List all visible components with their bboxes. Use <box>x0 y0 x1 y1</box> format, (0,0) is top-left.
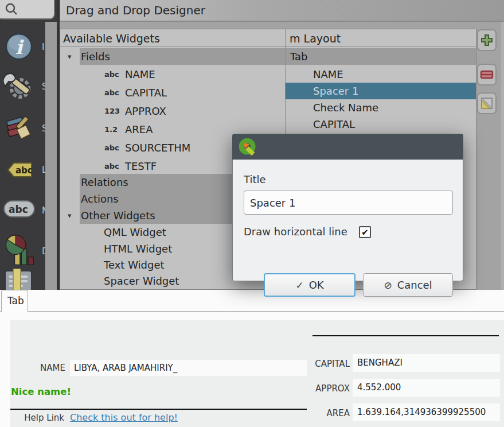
approx-field-label: APPROX <box>261 383 350 394</box>
validation-message: Nice name! <box>11 386 71 397</box>
tree-label: HTML Widget <box>104 240 172 257</box>
designer-mode-header[interactable]: Drag and Drop Designer <box>60 0 504 22</box>
sidebar-item-information[interactable]: i <box>0 32 45 61</box>
panel-header-divider <box>60 46 476 47</box>
tree-label: QML Widget <box>104 224 166 240</box>
dialog-body: Title Draw horizontal line ✔ ✓ OK ⊘ Canc… <box>232 160 463 281</box>
capital-field-label: CAPITAL <box>261 358 350 370</box>
svg-text:abc: abc <box>9 204 28 215</box>
capital-field-value[interactable]: BENGHAZI <box>353 354 500 372</box>
title-input[interactable] <box>244 191 453 215</box>
sidebar-item-labels[interactable]: abc <box>0 161 45 178</box>
name-field-label: NAME <box>17 362 65 374</box>
tree-label: APPROX <box>125 103 166 119</box>
remove-item-button[interactable] <box>477 64 497 86</box>
available-widgets-title: Available Widgets <box>63 30 160 46</box>
designer-mode-title: Drag and Drop Designer <box>66 3 205 17</box>
approx-field-value[interactable]: 4.552.000 <box>353 379 500 397</box>
tree-label: CAPITAL <box>313 116 355 133</box>
paintbrush-icon <box>4 115 34 141</box>
panel-right-edge <box>501 22 504 290</box>
tree-category-fields[interactable]: ▾ Fields <box>60 48 285 65</box>
tree-label: Fields <box>80 48 110 65</box>
ok-button[interactable]: ✓ OK <box>264 273 355 297</box>
tree-item-approx[interactable]: 123 APPROX <box>60 103 285 119</box>
spacer-horizontal-line <box>312 335 499 336</box>
sidebar-item-source[interactable] <box>0 71 45 101</box>
tree-item-capital[interactable]: abc CAPITAL <box>60 84 285 101</box>
chevron-down-icon[interactable]: ▾ <box>68 48 72 65</box>
layout-item-name[interactable]: NAME <box>286 66 476 83</box>
ok-label: OK <box>309 279 324 291</box>
tree-label: Text Widget <box>104 257 165 273</box>
add-container-button[interactable] <box>477 29 497 51</box>
cancel-icon: ⊘ <box>384 280 392 291</box>
settings-icon <box>3 71 34 101</box>
form-layout-title: m Layout <box>290 30 341 46</box>
tree-label: Actions <box>80 191 119 207</box>
draw-line-checkbox-label: Draw horizontal line <box>244 226 347 238</box>
chevron-down-icon[interactable]: ▾ <box>68 207 72 224</box>
edit-item-button[interactable] <box>477 92 497 114</box>
sidebar-scrollbar[interactable] <box>45 22 57 290</box>
layout-item-spacer1-selected[interactable]: Spacer 1 <box>286 83 476 99</box>
app-window: i I S S abc <box>0 0 504 427</box>
decimal-field-type-icon: 1.2 <box>104 121 122 138</box>
layout-category-tab[interactable]: Tab <box>286 48 476 65</box>
check-icon: ✓ <box>295 280 303 291</box>
page-edit-icon <box>480 97 493 110</box>
area-field-value[interactable]: 1.639.164,314936399925500 <box>353 403 500 421</box>
help-link-label: Help Link <box>11 412 64 424</box>
dialog-titlebar[interactable]: Configu... Widget ∨ ∧ ✕ <box>232 134 463 160</box>
text-field-type-icon: abc <box>104 139 122 156</box>
integer-field-type-icon: 123 <box>104 103 122 119</box>
info-icon: i <box>5 32 33 61</box>
tree-label: NAME <box>125 66 155 83</box>
category-band <box>286 48 476 65</box>
cancel-label: Cancel <box>397 279 432 291</box>
search-icon <box>5 2 18 16</box>
tree-label: SOURCETHM <box>125 139 190 156</box>
area-field-label: AREA <box>261 407 350 419</box>
tab-tab[interactable]: Tab <box>1 290 28 312</box>
label-tag-icon: abc <box>6 161 33 178</box>
form-icon <box>4 269 34 290</box>
layout-item-capital[interactable]: CAPITAL <box>286 116 476 133</box>
minus-icon <box>480 70 494 79</box>
tree-label: Spacer 1 <box>313 83 358 99</box>
draw-line-checkbox[interactable]: ✔ <box>359 226 371 238</box>
tree-item-name[interactable]: abc NAME <box>60 66 285 83</box>
diagram-icon <box>4 233 35 267</box>
sidebar-item-symbology[interactable] <box>0 115 45 141</box>
category-band <box>80 48 285 65</box>
form-preview-area: NAME Nice name! Help Link Check this out… <box>10 320 504 427</box>
tree-label: TESTF <box>125 158 157 174</box>
tree-label: Other Widgets <box>80 207 155 224</box>
sidebar-item-masks[interactable]: abc <box>0 199 45 219</box>
text-field-type-icon: abc <box>104 158 122 174</box>
text-field-type-icon: abc <box>104 84 122 101</box>
tree-label: AREA <box>125 121 153 138</box>
configure-widget-dialog: Configu... Widget ∨ ∧ ✕ Title Draw horiz… <box>232 134 463 281</box>
qgis-logo-icon <box>238 137 257 157</box>
tree-label: Spacer Widget <box>104 273 179 289</box>
cancel-button[interactable]: ⊘ Cancel <box>363 273 453 297</box>
sidebar-item-diagrams[interactable] <box>0 233 45 267</box>
text-abc-icon: abc <box>3 199 36 219</box>
plus-icon <box>480 34 493 46</box>
tree-label: CAPITAL <box>125 84 167 101</box>
title-field-label: Title <box>244 173 266 185</box>
help-link[interactable]: Check this out for help! <box>70 412 178 423</box>
tree-label: Tab <box>290 48 307 65</box>
tree-label: NAME <box>313 66 343 83</box>
tree-label: Relations <box>80 174 128 191</box>
text-field-type-icon: abc <box>104 66 122 83</box>
tabbar-divider <box>0 311 504 312</box>
tree-label: Check Name <box>313 99 378 116</box>
layout-item-check-name[interactable]: Check Name <box>286 99 476 116</box>
svg-text:abc: abc <box>15 165 33 176</box>
search-input[interactable] <box>0 0 55 20</box>
form-preview-panel: Tab NAME Nice name! Help Link Check this… <box>0 290 504 427</box>
sidebar-item-attributes-form[interactable] <box>0 269 45 290</box>
